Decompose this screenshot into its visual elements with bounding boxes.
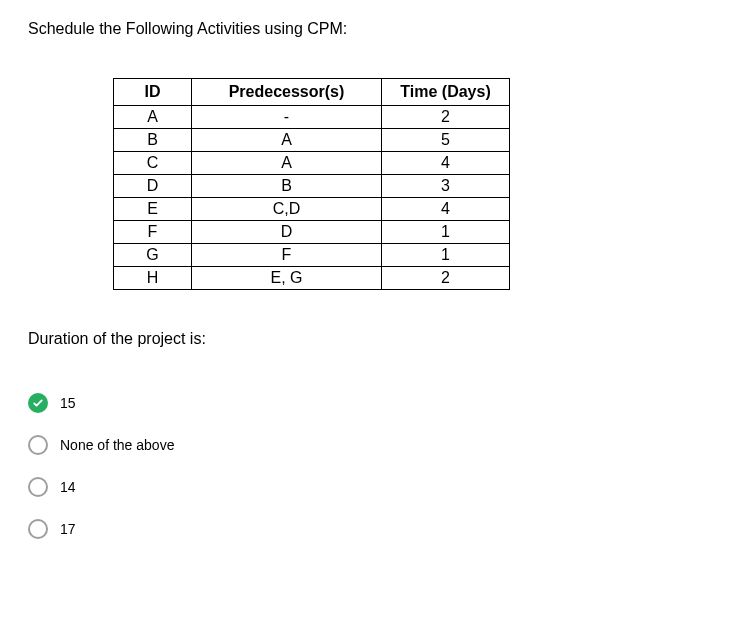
option-none[interactable]: None of the above	[28, 435, 704, 455]
sub-question: Duration of the project is:	[28, 330, 704, 348]
cell-time: 4	[382, 152, 510, 175]
table-row: D B 3	[114, 175, 510, 198]
cell-predecessor: B	[192, 175, 382, 198]
activities-table: ID Predecessor(s) Time (Days) A - 2 B A …	[113, 78, 510, 290]
radio-icon	[28, 519, 48, 539]
cell-id: G	[114, 244, 192, 267]
table-header-id: ID	[114, 79, 192, 106]
cell-time: 2	[382, 267, 510, 290]
cell-time: 5	[382, 129, 510, 152]
cell-time: 2	[382, 106, 510, 129]
table-row: C A 4	[114, 152, 510, 175]
cell-time: 3	[382, 175, 510, 198]
radio-checked-icon	[28, 393, 48, 413]
table-row: E C,D 4	[114, 198, 510, 221]
cell-id: D	[114, 175, 192, 198]
cell-time: 4	[382, 198, 510, 221]
question-title: Schedule the Following Activities using …	[28, 20, 704, 38]
cell-predecessor: E, G	[192, 267, 382, 290]
cell-id: F	[114, 221, 192, 244]
option-15[interactable]: 15	[28, 393, 704, 413]
option-17[interactable]: 17	[28, 519, 704, 539]
cell-id: H	[114, 267, 192, 290]
cell-predecessor: A	[192, 152, 382, 175]
option-label: None of the above	[60, 437, 174, 453]
radio-icon	[28, 477, 48, 497]
option-label: 17	[60, 521, 76, 537]
cell-predecessor: D	[192, 221, 382, 244]
cell-time: 1	[382, 221, 510, 244]
table-header-time: Time (Days)	[382, 79, 510, 106]
cell-time: 1	[382, 244, 510, 267]
table-row: A - 2	[114, 106, 510, 129]
cell-predecessor: -	[192, 106, 382, 129]
option-label: 15	[60, 395, 76, 411]
table-row: G F 1	[114, 244, 510, 267]
cell-id: A	[114, 106, 192, 129]
option-14[interactable]: 14	[28, 477, 704, 497]
table-row: B A 5	[114, 129, 510, 152]
table-header-predecessor: Predecessor(s)	[192, 79, 382, 106]
radio-icon	[28, 435, 48, 455]
cell-predecessor: F	[192, 244, 382, 267]
cell-id: E	[114, 198, 192, 221]
table-body: A - 2 B A 5 C A 4 D B 3 E C,D 4	[114, 106, 510, 290]
cell-id: C	[114, 152, 192, 175]
activities-table-container: ID Predecessor(s) Time (Days) A - 2 B A …	[113, 78, 704, 290]
cell-id: B	[114, 129, 192, 152]
table-row: H E, G 2	[114, 267, 510, 290]
cell-predecessor: A	[192, 129, 382, 152]
cell-predecessor: C,D	[192, 198, 382, 221]
table-row: F D 1	[114, 221, 510, 244]
answer-options: 15 None of the above 14 17	[28, 393, 704, 539]
option-label: 14	[60, 479, 76, 495]
